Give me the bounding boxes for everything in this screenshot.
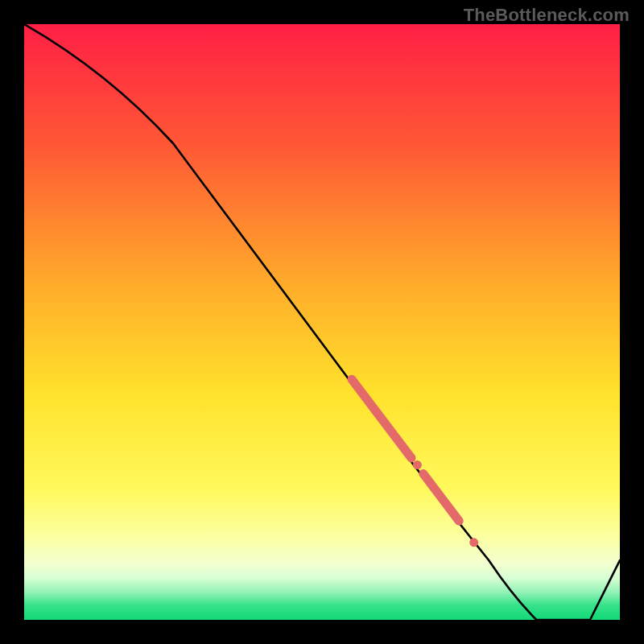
highlight-dot — [413, 460, 422, 469]
plot-area — [24, 24, 620, 620]
chart-frame: TheBottleneck.com — [0, 0, 644, 644]
highlight-markers — [24, 24, 620, 620]
highlight-segment — [423, 473, 459, 521]
watermark-text: TheBottleneck.com — [464, 5, 630, 26]
highlight-dot — [469, 538, 478, 547]
highlight-segment — [352, 379, 411, 458]
